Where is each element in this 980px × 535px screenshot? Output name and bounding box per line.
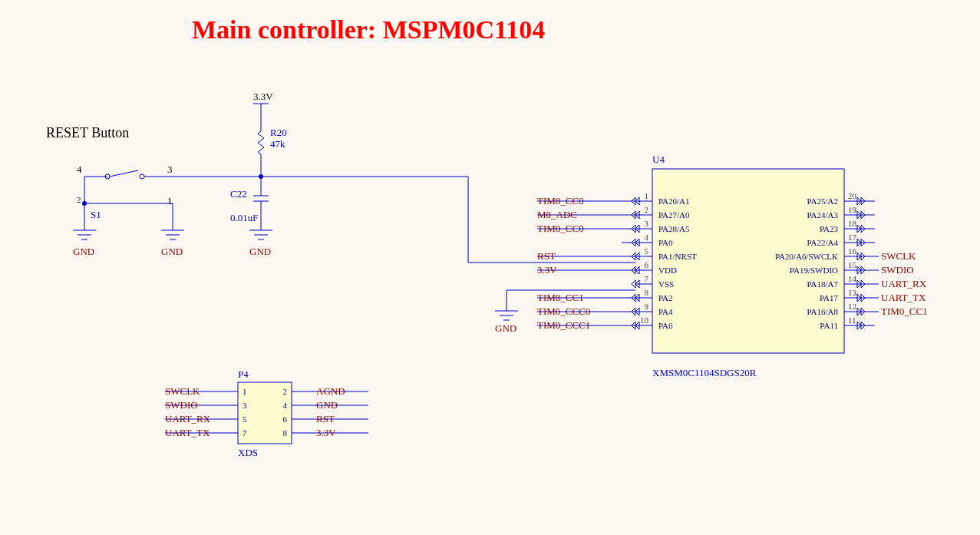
net-label: TIM0_CC1 <box>881 305 928 318</box>
svg-text:13: 13 <box>848 288 857 297</box>
svg-text:18: 18 <box>848 219 857 228</box>
svg-text:PA25/A2: PA25/A2 <box>807 196 838 206</box>
svg-text:PA17: PA17 <box>820 293 839 302</box>
svg-text:3: 3 <box>645 219 649 228</box>
svg-text:15: 15 <box>848 260 857 269</box>
svg-text:PA28/A5: PA28/A5 <box>658 224 690 233</box>
svg-text:10: 10 <box>640 315 649 325</box>
net-label: UART_RX <box>881 278 926 290</box>
gnd-symbol <box>73 230 96 239</box>
svg-text:17: 17 <box>848 233 857 242</box>
svg-text:1: 1 <box>645 191 649 200</box>
svg-text:PA19/SWDIO: PA19/SWDIO <box>790 266 838 275</box>
net-label: M0_ADC <box>537 209 577 221</box>
svg-text:8: 8 <box>283 428 288 438</box>
svg-text:5: 5 <box>243 414 247 424</box>
svg-text:PA1/NRST: PA1/NRST <box>658 252 697 261</box>
net-label: UART_RX <box>165 413 210 425</box>
c22-val: 0.01uF <box>230 212 258 224</box>
resistor-r20 <box>258 127 264 159</box>
gnd-label: GND <box>161 246 183 258</box>
net-label: TIM0_CCC0 <box>537 305 590 318</box>
svg-text:9: 9 <box>645 302 649 311</box>
net-label: TIM0_CCC1 <box>537 319 590 332</box>
net-label: SWCLK <box>165 385 200 398</box>
gnd-label: GND <box>495 322 516 335</box>
svg-text:8: 8 <box>645 288 649 297</box>
svg-text:19: 19 <box>848 205 857 214</box>
net-label: UART_TX <box>881 292 926 304</box>
svg-text:PA22/A4: PA22/A4 <box>807 238 838 247</box>
svg-text:5: 5 <box>645 246 649 256</box>
svg-text:7: 7 <box>645 274 649 283</box>
svg-text:7: 7 <box>243 428 247 438</box>
gnd-symbol <box>161 230 184 239</box>
svg-text:PA11: PA11 <box>820 321 838 330</box>
svg-text:VSS: VSS <box>658 279 674 289</box>
u4-part: XMSM0C1104SDGS20R <box>652 367 756 379</box>
switch-lever <box>110 170 138 177</box>
net-label: TIM0_CC0 <box>537 223 584 235</box>
svg-text:16: 16 <box>848 246 857 256</box>
net-label: 3.3V <box>316 427 336 439</box>
gnd-label: GND <box>249 246 271 258</box>
svg-text:PA0: PA0 <box>658 238 673 247</box>
net-label: SWCLK <box>881 250 916 263</box>
svg-text:2: 2 <box>283 387 288 396</box>
svg-text:PA27/A0: PA27/A0 <box>658 210 690 220</box>
svg-text:PA6: PA6 <box>658 321 673 330</box>
svg-text:PA2: PA2 <box>658 293 673 302</box>
r20-val: 47k <box>270 138 285 150</box>
net-label: SWDIO <box>881 264 914 276</box>
svg-text:PA4: PA4 <box>658 307 673 316</box>
p4-ref: P4 <box>238 368 249 381</box>
svg-text:6: 6 <box>283 414 288 424</box>
svg-text:VDD: VDD <box>658 266 677 275</box>
svg-text:6: 6 <box>645 260 649 269</box>
r20-ref: R20 <box>270 127 287 139</box>
svg-text:11: 11 <box>848 315 856 325</box>
net-label: SWDIO <box>165 399 198 411</box>
svg-text:4: 4 <box>283 401 288 410</box>
svg-text:PA23: PA23 <box>820 224 839 233</box>
svg-text:PA16/A8: PA16/A8 <box>807 307 838 316</box>
svg-text:PA20/A6/SWCLK: PA20/A6/SWCLK <box>775 252 838 261</box>
svg-text:3: 3 <box>243 401 247 410</box>
s1-pin3: 3 <box>167 163 173 176</box>
gnd-label: GND <box>73 246 94 258</box>
net-label: RST <box>537 250 556 263</box>
net-label: TIM8_CC1 <box>537 292 584 304</box>
c22-ref: C22 <box>230 188 247 200</box>
svg-text:20: 20 <box>848 191 857 200</box>
svg-text:PA24/A3: PA24/A3 <box>807 210 838 220</box>
net-label: AGND <box>316 385 345 398</box>
svg-text:PA26/A1: PA26/A1 <box>658 196 690 206</box>
svg-text:12: 12 <box>848 302 856 311</box>
sw-contact <box>140 174 144 179</box>
net-label: GND <box>316 399 338 411</box>
u4-ref: U4 <box>652 154 665 166</box>
net-label: UART_TX <box>165 427 210 439</box>
v33-label: 3.3V <box>253 91 273 103</box>
s1-pin1: 1 <box>167 195 173 207</box>
gnd-symbol <box>249 230 272 239</box>
svg-text:14: 14 <box>848 274 857 283</box>
net-label: RST <box>316 413 335 425</box>
svg-text:2: 2 <box>645 205 649 214</box>
gnd-symbol <box>495 311 518 320</box>
net-label: 3.3V <box>537 264 557 276</box>
svg-text:PA18/A7: PA18/A7 <box>807 279 838 289</box>
svg-text:4: 4 <box>645 233 649 242</box>
s1-ref: S1 <box>91 209 101 221</box>
s1-pin4: 4 <box>77 163 82 176</box>
p4-part: XDS <box>238 447 258 459</box>
s1-pin2: 2 <box>77 195 81 204</box>
net-label: TIM8_CC0 <box>537 195 584 207</box>
svg-text:1: 1 <box>243 387 247 396</box>
